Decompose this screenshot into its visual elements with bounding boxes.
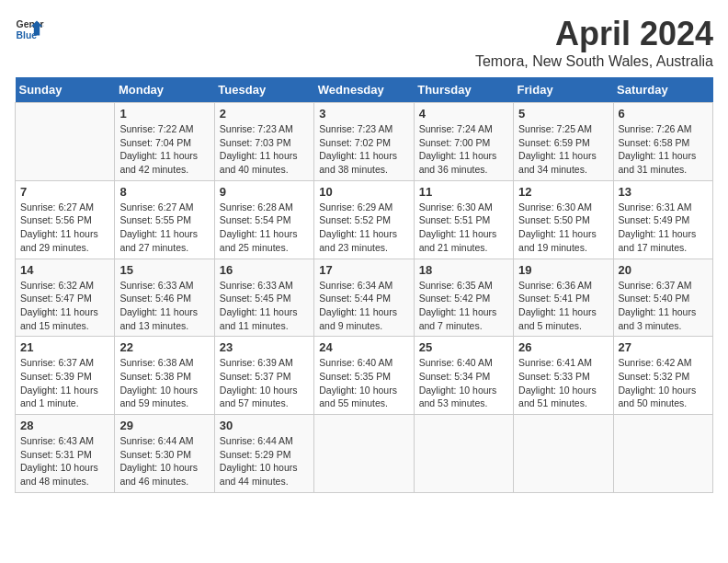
weekday-header-saturday: Saturday (613, 77, 712, 103)
day-info: Sunrise: 6:30 AMSunset: 5:51 PMDaylight:… (419, 201, 508, 255)
day-number: 20 (619, 263, 708, 277)
day-info: Sunrise: 6:32 AMSunset: 5:47 PMDaylight:… (20, 279, 109, 333)
calendar-cell (314, 415, 414, 493)
calendar-cell: 10Sunrise: 6:29 AMSunset: 5:52 PMDayligh… (314, 180, 414, 259)
calendar-cell: 24Sunrise: 6:40 AMSunset: 5:35 PMDayligh… (314, 337, 414, 415)
day-number: 29 (119, 419, 209, 432)
calendar-cell: 12Sunrise: 6:30 AMSunset: 5:50 PMDayligh… (514, 180, 613, 259)
day-number: 24 (319, 340, 408, 354)
day-info: Sunrise: 6:40 AMSunset: 5:35 PMDaylight:… (319, 356, 408, 410)
day-number: 18 (419, 263, 508, 277)
calendar-cell: 11Sunrise: 6:30 AMSunset: 5:51 PMDayligh… (414, 180, 513, 259)
day-info: Sunrise: 6:39 AMSunset: 5:37 PMDaylight:… (220, 356, 309, 410)
calendar-cell (514, 415, 613, 493)
day-info: Sunrise: 6:37 AMSunset: 5:40 PMDaylight:… (619, 279, 708, 333)
day-info: Sunrise: 6:40 AMSunset: 5:34 PMDaylight:… (419, 356, 508, 410)
header: General Blue April 2024 Temora, New Sout… (15, 15, 713, 70)
calendar-cell: 30Sunrise: 6:44 AMSunset: 5:29 PMDayligh… (214, 415, 313, 493)
day-number: 30 (220, 419, 309, 432)
calendar-cell: 17Sunrise: 6:34 AMSunset: 5:44 PMDayligh… (314, 259, 414, 337)
day-info: Sunrise: 7:26 AMSunset: 6:58 PMDaylight:… (619, 122, 708, 177)
day-info: Sunrise: 7:24 AMSunset: 7:00 PMDaylight:… (419, 122, 508, 177)
logo: General Blue (15, 15, 44, 44)
day-info: Sunrise: 6:34 AMSunset: 5:44 PMDaylight:… (319, 279, 408, 333)
day-info: Sunrise: 6:44 AMSunset: 5:29 PMDaylight:… (220, 434, 309, 488)
day-info: Sunrise: 7:25 AMSunset: 6:59 PMDaylight:… (518, 122, 608, 177)
day-number: 2 (220, 107, 309, 121)
calendar-cell: 5Sunrise: 7:25 AMSunset: 6:59 PMDaylight… (514, 103, 613, 181)
calendar-cell (613, 415, 712, 493)
day-info: Sunrise: 6:41 AMSunset: 5:33 PMDaylight:… (518, 356, 608, 410)
calendar-cell: 19Sunrise: 6:36 AMSunset: 5:41 PMDayligh… (514, 259, 613, 337)
day-number: 5 (518, 107, 608, 121)
day-number: 22 (119, 340, 209, 354)
day-number: 23 (220, 340, 309, 354)
day-info: Sunrise: 6:33 AMSunset: 5:46 PMDaylight:… (119, 279, 209, 333)
day-number: 1 (119, 107, 209, 121)
week-row-2: 7Sunrise: 6:27 AMSunset: 5:56 PMDaylight… (16, 180, 713, 259)
calendar-cell: 18Sunrise: 6:35 AMSunset: 5:42 PMDayligh… (414, 259, 513, 337)
calendar-cell (414, 415, 513, 493)
weekday-header-friday: Friday (514, 77, 613, 103)
day-info: Sunrise: 6:29 AMSunset: 5:52 PMDaylight:… (319, 201, 408, 255)
calendar-cell: 26Sunrise: 6:41 AMSunset: 5:33 PMDayligh… (514, 337, 613, 415)
calendar-table: SundayMondayTuesdayWednesdayThursdayFrid… (15, 77, 713, 493)
calendar-cell: 9Sunrise: 6:28 AMSunset: 5:54 PMDaylight… (214, 180, 313, 259)
weekday-header-thursday: Thursday (414, 77, 513, 103)
day-number: 4 (419, 107, 508, 121)
calendar-cell: 29Sunrise: 6:44 AMSunset: 5:30 PMDayligh… (115, 415, 214, 493)
week-row-1: 1Sunrise: 7:22 AMSunset: 7:04 PMDaylight… (16, 103, 713, 181)
day-number: 10 (319, 185, 408, 199)
week-row-3: 14Sunrise: 6:32 AMSunset: 5:47 PMDayligh… (16, 259, 713, 337)
calendar-cell: 20Sunrise: 6:37 AMSunset: 5:40 PMDayligh… (613, 259, 712, 337)
weekday-header-sunday: Sunday (16, 77, 115, 103)
day-number: 15 (119, 263, 209, 277)
day-info: Sunrise: 6:33 AMSunset: 5:45 PMDaylight:… (220, 279, 309, 333)
day-number: 28 (20, 419, 109, 432)
day-number: 25 (419, 340, 508, 354)
day-number: 27 (619, 340, 708, 354)
calendar-cell: 8Sunrise: 6:27 AMSunset: 5:55 PMDaylight… (115, 180, 214, 259)
day-number: 14 (20, 263, 109, 277)
main-title: April 2024 (475, 15, 713, 53)
day-number: 17 (319, 263, 408, 277)
calendar-cell: 23Sunrise: 6:39 AMSunset: 5:37 PMDayligh… (214, 337, 313, 415)
logo-icon: General Blue (15, 15, 44, 44)
calendar-cell: 3Sunrise: 7:23 AMSunset: 7:02 PMDaylight… (314, 103, 414, 181)
day-info: Sunrise: 6:43 AMSunset: 5:31 PMDaylight:… (20, 434, 109, 488)
day-info: Sunrise: 6:36 AMSunset: 5:41 PMDaylight:… (518, 279, 608, 333)
day-info: Sunrise: 6:42 AMSunset: 5:32 PMDaylight:… (619, 356, 708, 410)
day-number: 21 (20, 340, 109, 354)
day-number: 11 (419, 185, 508, 199)
calendar-cell: 28Sunrise: 6:43 AMSunset: 5:31 PMDayligh… (16, 415, 115, 493)
calendar-cell: 16Sunrise: 6:33 AMSunset: 5:45 PMDayligh… (214, 259, 313, 337)
day-number: 3 (319, 107, 408, 121)
day-info: Sunrise: 6:28 AMSunset: 5:54 PMDaylight:… (220, 201, 309, 255)
day-info: Sunrise: 6:27 AMSunset: 5:56 PMDaylight:… (20, 201, 109, 255)
calendar-cell: 1Sunrise: 7:22 AMSunset: 7:04 PMDaylight… (115, 103, 214, 181)
calendar-cell: 13Sunrise: 6:31 AMSunset: 5:49 PMDayligh… (613, 180, 712, 259)
day-info: Sunrise: 6:38 AMSunset: 5:38 PMDaylight:… (119, 356, 209, 410)
day-info: Sunrise: 6:35 AMSunset: 5:42 PMDaylight:… (419, 279, 508, 333)
day-number: 6 (619, 107, 708, 121)
day-number: 16 (220, 263, 309, 277)
day-info: Sunrise: 7:23 AMSunset: 7:02 PMDaylight:… (319, 122, 408, 177)
calendar-cell: 4Sunrise: 7:24 AMSunset: 7:00 PMDaylight… (414, 103, 513, 181)
calendar-cell: 7Sunrise: 6:27 AMSunset: 5:56 PMDaylight… (16, 180, 115, 259)
day-info: Sunrise: 6:37 AMSunset: 5:39 PMDaylight:… (20, 356, 109, 410)
weekday-header-wednesday: Wednesday (314, 77, 414, 103)
day-info: Sunrise: 6:27 AMSunset: 5:55 PMDaylight:… (119, 201, 209, 255)
calendar-cell: 22Sunrise: 6:38 AMSunset: 5:38 PMDayligh… (115, 337, 214, 415)
weekday-header-tuesday: Tuesday (214, 77, 313, 103)
day-number: 12 (518, 185, 608, 199)
day-number: 7 (20, 185, 109, 199)
day-number: 26 (518, 340, 608, 354)
weekday-header-monday: Monday (115, 77, 214, 103)
calendar-cell: 25Sunrise: 6:40 AMSunset: 5:34 PMDayligh… (414, 337, 513, 415)
day-info: Sunrise: 6:31 AMSunset: 5:49 PMDaylight:… (619, 201, 708, 255)
calendar-cell: 15Sunrise: 6:33 AMSunset: 5:46 PMDayligh… (115, 259, 214, 337)
title-area: April 2024 Temora, New South Wales, Aust… (475, 15, 713, 70)
day-info: Sunrise: 7:22 AMSunset: 7:04 PMDaylight:… (119, 122, 209, 177)
week-row-4: 21Sunrise: 6:37 AMSunset: 5:39 PMDayligh… (16, 337, 713, 415)
calendar-cell: 6Sunrise: 7:26 AMSunset: 6:58 PMDaylight… (613, 103, 712, 181)
